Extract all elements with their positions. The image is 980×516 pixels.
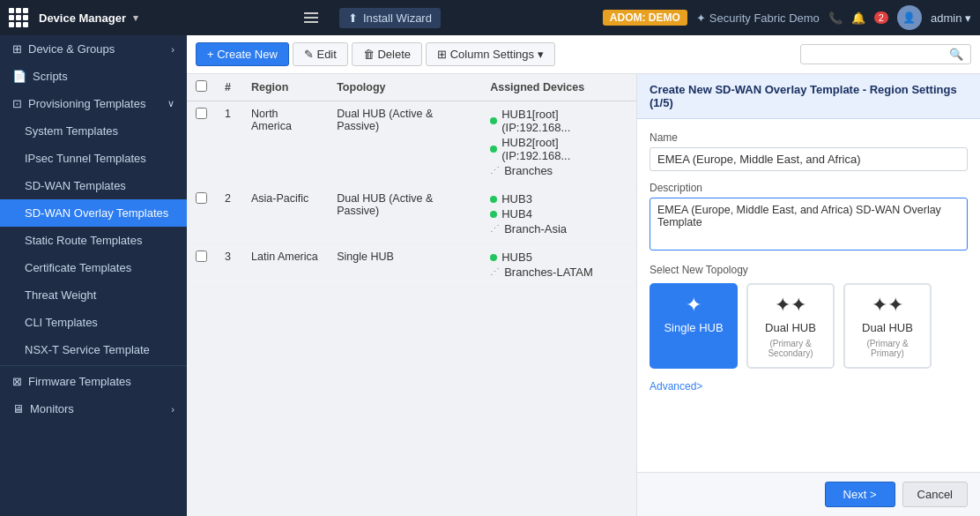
search-icon[interactable]: 🔍 [949,48,963,61]
provisioning-label: Provisioning Templates [28,97,145,110]
security-fabric-label: Security Fabric Demo [709,11,820,25]
table-row[interactable]: 3 Latin America Single HUB HUB5 ⋰Branche… [187,244,636,288]
edit-label: ✎ Edit [304,48,337,61]
col-region: Region [242,74,328,101]
notification-area: 📞 🔔 2 [828,11,888,25]
sidebar-item-cli-templates[interactable]: CLI Templates [0,309,187,336]
single-hub-icon: ✦ [686,294,702,317]
column-settings-button[interactable]: ⊞ Column Settings ▾ [426,42,555,66]
sidebar-item-certificate[interactable]: Certificate Templates [0,254,187,281]
device-name: Branch-Asia [504,222,567,236]
row-checkbox-3[interactable] [196,251,207,262]
panel-header: Create New SD-WAN Overlay Template - Reg… [637,74,980,119]
sidebar-item-firmware[interactable]: ⊠ Firmware Templates [0,368,187,395]
sidebar-item-system-templates[interactable]: System Templates [0,117,187,145]
adom-badge[interactable]: ADOM: DEMO [603,10,687,26]
row-checkbox-2[interactable] [196,192,207,204]
panel-footer: Next > Cancel [637,472,980,516]
provisioning-icon: ⊡ [12,97,22,110]
device-name: HUB4 [501,207,532,221]
hub-dot-icon [490,146,497,153]
monitors-icon: 🖥 [12,402,24,415]
toolbar: + Create New ✎ Edit 🗑 Delete ⊞ Column Se… [187,35,980,74]
edit-button[interactable]: ✎ Edit [293,42,348,66]
row-checkbox-1[interactable] [196,108,207,119]
advanced-row: Advanced> [650,379,968,393]
description-field-row: Description EMEA (Europe, Middle East, a… [650,182,968,253]
table-row[interactable]: 1 North America Dual HUB (Active & Passi… [187,101,636,186]
name-field-row: Name [650,131,968,171]
advanced-link[interactable]: Advanced> [650,380,702,393]
create-new-label: + Create New [207,48,278,61]
star-icon: ✦ [696,11,706,25]
topo-dual-primary[interactable]: ✦✦ Dual HUB (Primary & Primary) [843,283,932,369]
select-all-checkbox[interactable] [196,80,207,92]
topo-dual-sec-sub: (Primary & Secondary) [755,339,826,358]
hub-dot-icon [490,117,497,124]
row-devices-3: HUB5 ⋰Branches-LATAM [481,244,636,288]
branch-icon: ⋰ [490,223,500,235]
device-groups-chevron: › [171,44,174,55]
ipsec-tunnel-label: IPsec Tunnel Templates [25,152,146,165]
phone-icon[interactable]: 📞 [828,11,843,25]
sidebar-item-scripts[interactable]: 📄 Scripts [0,63,187,90]
sidebar-divider-1 [0,365,187,366]
description-input[interactable]: EMEA (Europe, Middle East, and Africa) S… [650,198,968,251]
topology-label: Select New Topology [650,264,968,276]
sidebar-item-ipsec-tunnel[interactable]: IPsec Tunnel Templates [0,145,187,172]
table-row[interactable]: 2 Asia-Pacific Dual HUB (Active & Passiv… [187,186,636,244]
app-logo[interactable]: Device Manager ▾ [9,8,138,27]
firmware-label: Firmware Templates [28,375,131,388]
content-area: + Create New ✎ Edit 🗑 Delete ⊞ Column Se… [187,35,980,516]
device-groups-icon: ⊞ [12,42,22,56]
dual-primary-icon: ✦✦ [872,294,903,317]
scripts-icon: 📄 [12,70,26,83]
search-box[interactable]: 🔍 [800,44,971,64]
bell-icon[interactable]: 🔔 [851,11,865,25]
monitors-chevron: › [171,404,174,415]
table-scroll: # Region Topology Assigned Devices 1 Nor… [187,74,636,516]
sidebar: ⊞ Device & Groups › 📄 Scripts ⊡ Provisio… [0,35,187,516]
device-name: HUB3 [501,192,532,206]
sidebar-item-device-groups[interactable]: ⊞ Device & Groups › [0,35,187,63]
topo-dual-secondary[interactable]: ✦✦ Dual HUB (Primary & Secondary) [746,283,835,369]
hub-dot-icon [490,211,497,218]
description-label: Description [650,182,968,194]
row-topology-2: Dual HUB (Active & Passive) [328,186,481,244]
row-region-1: North America [242,101,328,186]
search-input[interactable] [808,48,949,61]
row-region-3: Latin America [242,244,328,288]
certificate-label: Certificate Templates [25,261,131,274]
row-num-1: 1 [216,101,242,186]
app-name: Device Manager [39,11,126,25]
cancel-button[interactable]: Cancel [902,482,968,507]
sidebar-item-monitors[interactable]: 🖥 Monitors › [0,395,187,423]
static-route-label: Static Route Templates [25,234,142,247]
topo-single-hub[interactable]: ✦ Single HUB [650,283,738,369]
admin-label[interactable]: admin ▾ [931,11,971,25]
topo-dual-sec-label: Dual HUB [765,321,816,334]
device-groups-label: Device & Groups [28,42,115,56]
col-num: # [216,74,242,101]
delete-button[interactable]: 🗑 Delete [352,42,422,66]
name-input[interactable] [650,147,968,171]
device-name: Branches [504,164,553,177]
sidebar-item-sdwan-overlay[interactable]: SD-WAN Overlay Templates [0,199,187,227]
sidebar-item-nsx-t[interactable]: NSX-T Service Template [0,336,187,363]
security-fabric-btn[interactable]: ✦ Security Fabric Demo [696,11,820,25]
hamburger-menu[interactable] [301,9,322,26]
topbar: Device Manager ▾ ⬆ Install Wizard ADOM: … [0,0,980,35]
create-new-button[interactable]: + Create New [196,42,289,66]
threat-weight-label: Threat Weight [25,288,96,302]
device-name: Branches-LATAM [504,265,593,279]
sidebar-item-sdwan-templates[interactable]: SD-WAN Templates [0,172,187,199]
sidebar-item-threat-weight[interactable]: Threat Weight [0,281,187,309]
next-button[interactable]: Next > [825,482,895,507]
system-templates-label: System Templates [25,124,118,138]
sidebar-item-static-route[interactable]: Static Route Templates [0,227,187,254]
row-num-2: 2 [216,186,242,244]
install-wizard-btn[interactable]: ⬆ Install Wizard [339,8,441,28]
sidebar-item-provisioning[interactable]: ⊡ Provisioning Templates ∨ [0,90,187,117]
avatar[interactable]: 👤 [897,5,922,30]
row-region-2: Asia-Pacific [242,186,328,244]
